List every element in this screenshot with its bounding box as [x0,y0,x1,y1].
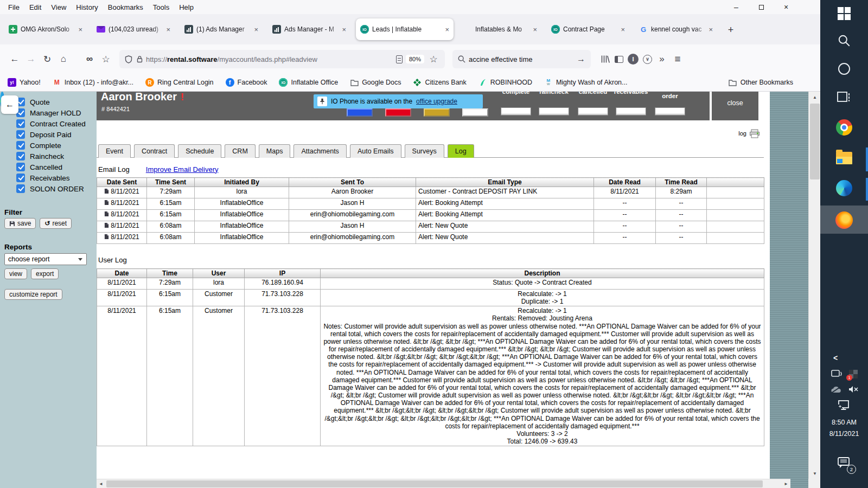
printer-icon[interactable] [749,129,760,138]
email-row[interactable]: 8/11/2021 6:08am InflatableOffice Jason … [97,221,764,233]
dropbox-tray-icon[interactable]: 1 [849,370,858,378]
star-badge-extension-icon[interactable]: ☆ [98,51,114,67]
action-center-button[interactable]: 2 [820,455,868,472]
email-row[interactable]: 8/11/2021 6:08am InflatableOffice erin@o… [97,233,764,244]
browser-tab-contract-page[interactable]: IO Contract Page × [547,18,629,40]
search-go-icon[interactable]: → [577,54,585,64]
status-button-gold[interactable] [424,108,450,117]
scroll-left-icon[interactable]: ◄ [97,479,105,488]
bookmark-mighty-wash[interactable]: MWMighty Wash of Akron... [544,78,628,87]
overflow-chevrons-icon[interactable]: » [656,51,667,67]
tab-close-icon[interactable]: × [709,25,713,34]
vertical-scroll-thumb[interactable] [810,104,820,179]
network-display-button[interactable] [820,398,868,412]
show-hidden-icons-button[interactable]: < [820,352,868,363]
reload-icon[interactable]: ↻ [39,51,55,67]
customize-report-button[interactable]: customize report [4,289,62,300]
col-time-read[interactable]: Time Read [656,178,707,187]
tab-close-icon[interactable]: × [166,25,170,34]
col-date-read[interactable]: Date Read [594,178,656,187]
status-row-contract-created[interactable]: Contract Created [0,118,97,129]
pin-icon[interactable] [317,97,327,106]
horizontal-scroll-thumb[interactable] [106,480,763,487]
document-icon[interactable] [104,222,109,228]
search-bar[interactable]: accine effective time → [452,50,591,68]
home-icon[interactable]: ⌂ [55,51,72,67]
status-row-solon-order[interactable]: SOLON ORDER [0,183,97,194]
sidebars-icon[interactable] [615,56,623,63]
bookmark-inbox[interactable]: MInbox (12) - info@akr... [53,78,133,87]
menu-bookmarks[interactable]: Bookmarks [103,1,148,14]
email-row[interactable]: 8/11/2021 6:15am InflatableOffice erin@o… [97,210,764,221]
horizontal-scrollbar[interactable]: ◄ ► [97,479,790,488]
search-input[interactable]: accine effective time [469,55,573,63]
new-tab-button[interactable]: + [723,22,739,38]
menu-view[interactable]: View [46,1,71,14]
tab-close-icon[interactable]: × [445,25,449,34]
menu-file[interactable]: File [3,1,24,14]
menu-help[interactable]: Help [174,1,199,14]
bookmark-star-icon[interactable]: ☆ [427,51,439,67]
scroll-right-icon[interactable]: ► [782,479,790,488]
extension-circle-icon[interactable]: I [628,54,639,65]
bookmark-citizens-bank[interactable]: Citizens Bank [413,78,466,87]
col-time-sent[interactable]: Time Sent [147,178,195,187]
lock-icon[interactable] [137,55,143,63]
shield-icon[interactable] [125,55,132,63]
tab-crm[interactable]: CRM [225,144,255,158]
document-icon[interactable] [104,234,109,240]
checkbox-checked-icon[interactable] [16,163,25,171]
task-view-button[interactable] [820,89,868,105]
status-row-receivables[interactable]: Receivables [0,172,97,183]
document-icon[interactable] [104,211,109,217]
user-log-row[interactable]: 8/11/2021 6:15am Customer 71.73.103.228 … [97,306,764,446]
file-explorer-taskbar-button[interactable] [820,150,868,166]
clock-time[interactable]: 8:50 AM [820,419,868,426]
volume-muted-icon[interactable] [848,386,859,393]
cancelled-status-button[interactable] [578,107,608,115]
tab-attachments[interactable]: Attachments [293,144,346,158]
firefox-taskbar-button[interactable] [820,210,868,230]
browser-tab-ads-manager-2[interactable]: Ads Manager - M × [268,18,350,40]
status-row-raincheck[interactable]: Raincheck [0,151,97,162]
tab-close-icon[interactable]: × [533,25,537,34]
office-upgrade-link[interactable]: office upgrade [416,98,457,105]
url-bar[interactable]: https://rental.software/myaccount/leads.… [119,50,445,68]
tab-close-icon[interactable]: × [342,25,346,34]
other-bookmarks[interactable]: Other Bookmarks [729,78,793,87]
forward-icon[interactable]: → [23,51,39,67]
tab-maps[interactable]: Maps [259,144,291,158]
onedrive-paused-icon[interactable] [830,386,842,394]
scroll-down-icon[interactable]: ▼ [809,469,821,478]
tab-contract[interactable]: Contract [134,144,175,158]
bookmark-robinhood[interactable]: ROBINHOOD [478,78,532,87]
col-ip[interactable]: IP [245,269,321,278]
vertical-scrollbar[interactable]: ▲ ▼ [808,92,820,479]
menu-history[interactable]: History [71,1,103,14]
browser-tab-omg-akron[interactable]: OMG Akron/Solo × [4,18,87,40]
start-button[interactable] [820,5,868,22]
scroll-up-icon[interactable]: ▲ [809,93,821,101]
checkbox-checked-icon[interactable] [16,130,25,139]
edge-taskbar-button[interactable] [820,179,868,197]
back-icon[interactable]: ← [7,51,23,67]
checkbox-checked-icon[interactable] [16,184,25,193]
zoom-level[interactable]: 80% [406,55,424,63]
col-initiated-by[interactable]: Initiated By [195,178,289,187]
maximize-button[interactable] [749,0,774,14]
checkbox-checked-icon[interactable] [16,141,25,150]
tab-surveys[interactable]: Surveys [405,144,444,158]
email-row[interactable]: 8/11/2021 6:15am InflatableOffice Jason … [97,198,764,210]
browser-tab-kennel-cough[interactable]: G kennel cough vac × [635,18,717,40]
status-button-white[interactable] [462,108,488,117]
save-filter-button[interactable]: save [4,218,36,229]
library-icon[interactable] [601,55,610,63]
chrome-taskbar-button[interactable] [820,118,868,137]
tab-event[interactable]: Event [98,144,131,158]
clock-date[interactable]: 8/11/2021 [820,430,868,438]
close-lead-button[interactable]: close [712,92,758,120]
device-rotation-icon[interactable] [831,369,843,379]
status-button-blue[interactable] [347,108,373,117]
close-window-button[interactable]: × [774,0,799,14]
report-select[interactable]: choose report [4,253,87,265]
